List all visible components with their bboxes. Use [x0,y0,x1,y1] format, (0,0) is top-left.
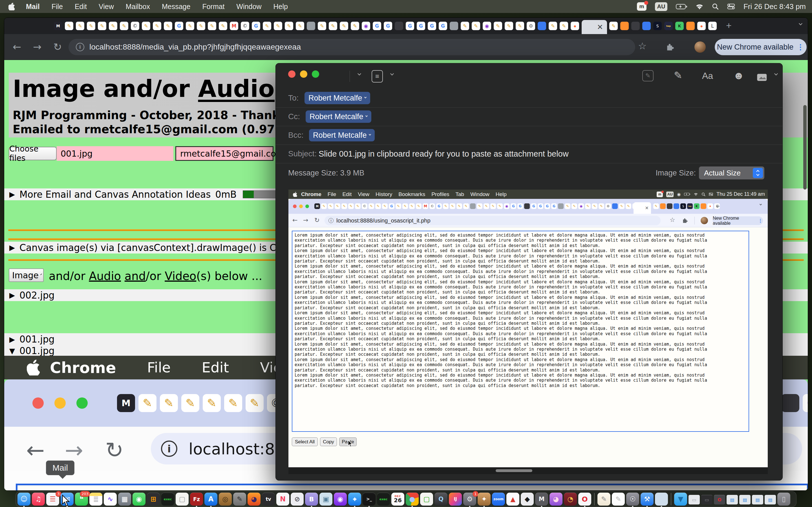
menu-item[interactable]: Edit [75,3,87,11]
tab-favicon[interactable] [252,22,260,30]
inkscape[interactable]: ◆ [521,493,534,506]
chrome[interactable]: ● [406,493,419,506]
close-tab-icon[interactable]: ✕ [597,23,603,32]
podcasts[interactable]: ◉ [334,493,347,506]
grouped-tab-favicon[interactable] [708,22,717,30]
emoji-icon[interactable]: ☻ [733,69,744,82]
tab-favicon[interactable] [472,22,480,30]
file-input[interactable]: 001.jpg [57,146,173,161]
quicktime[interactable]: Q [435,493,448,506]
zoom-window-button[interactable] [312,70,319,78]
safari[interactable]: ⌖ [348,493,361,506]
tab-favicon[interactable] [516,22,524,30]
photo-browser-chevron-icon[interactable] [774,72,778,75]
extensions-icon[interactable] [666,43,675,52]
tab-favicon[interactable] [329,22,337,30]
tab-favicon[interactable] [307,22,315,30]
tab-favicon[interactable] [285,22,293,30]
image-size-select[interactable]: Actual Size [699,166,764,179]
firefox[interactable]: ◕ [248,493,260,506]
blank-app[interactable] [655,493,668,506]
finder[interactable]: ☺ [17,493,31,506]
mamp[interactable]: M [535,493,548,506]
exec-terminal-2[interactable]: exec [377,493,390,506]
address-bar[interactable]: i localhost:8888/media_via_pb.php?jhfgjh… [68,39,635,55]
new-chrome-available-button[interactable]: New Chrome available ⋮ [715,39,807,55]
choose-files-button[interactable]: Choose files [9,147,57,160]
freeform[interactable]: ∿ [104,493,117,506]
filezilla[interactable]: Fz [190,493,203,506]
tab-favicon[interactable] [219,22,227,30]
email-input[interactable]: rmetcalfe15@gmail.com [175,146,273,161]
menu-bar-clock[interactable]: Fri 26 Dec 8:43 pm [744,2,806,11]
to-field[interactable]: To: Robert Metcalfe [276,89,782,107]
tab-favicon[interactable] [76,22,84,30]
disclosure-triangle-icon[interactable]: ▶ [9,291,15,299]
system-settings[interactable]: ⚙ 1 [463,493,476,506]
min-window-sheet-4[interactable]: ▤ [765,495,776,504]
tab-favicon[interactable] [120,22,128,30]
tab-search-chevron-icon[interactable] [799,22,802,25]
tab-favicon[interactable] [450,22,458,30]
menu-item[interactable]: Mailbox [126,3,150,11]
tab-favicon[interactable] [362,22,370,30]
terminal[interactable]: >_ [363,493,375,506]
tab-favicon[interactable] [318,22,326,30]
grouped-tab-favicon[interactable] [642,22,651,30]
messages[interactable]: ❝ 203 [75,493,88,506]
tab-favicon[interactable] [65,22,73,30]
writing-tools-icon[interactable]: ✎ [674,69,682,81]
textedit[interactable]: ✎ [598,493,610,506]
apple-tv[interactable]: tv [262,493,275,506]
tab-favicon[interactable] [527,22,535,30]
tab-favicon[interactable] [417,22,425,30]
kebab-menu-icon[interactable]: ⋮ [797,43,804,52]
gauge-app[interactable]: ◔ [564,493,577,506]
tab-favicon[interactable] [197,22,205,30]
tab-favicon[interactable] [296,22,304,30]
media-type-select[interactable]: Image [9,269,44,282]
min-window-sheet-3[interactable]: ▤ [752,495,763,504]
section-001jpg-collapsed[interactable]: ▶001.jpg [9,334,55,345]
tab-favicon[interactable] [208,22,216,30]
stepper-icon[interactable] [753,168,763,178]
send-icon[interactable] [332,69,343,81]
photo-browser-icon[interactable] [757,71,769,82]
character-app[interactable]: ◕ [550,493,562,506]
downloads-folder[interactable]: ▼ [674,493,687,506]
audio-link[interactable]: Audio [89,270,121,283]
accessibility-app[interactable]: ☉ [626,493,639,506]
to-recipient-token[interactable]: Robert Metcalfe [305,92,370,104]
menu-item[interactable]: File [52,3,63,11]
reload-icon[interactable]: ↻ [53,41,62,53]
facetime[interactable]: ◉ [133,493,146,506]
video-link[interactable]: Video [165,270,196,283]
calendar[interactable]: 26 [391,493,404,506]
tab-favicon[interactable] [428,22,436,30]
preview[interactable]: ▣ [319,493,333,506]
tab-favicon[interactable] [142,22,150,30]
wifi-icon[interactable] [696,4,703,10]
tab-favicon[interactable] [395,22,403,30]
send-options-chevron-icon[interactable] [357,72,361,75]
page-scrollbar[interactable] [803,105,807,189]
trash[interactable]: ▯ [777,493,790,506]
stickies[interactable]: ✎ [612,493,625,506]
new-tab-button[interactable]: + [726,20,732,31]
xcode[interactable]: ⚒ [641,493,654,506]
min-window-opera[interactable]: O [714,495,725,504]
tab-favicon[interactable] [483,22,491,30]
prism-app[interactable]: ▲ [506,493,519,506]
menu-item[interactable]: Message [162,3,190,11]
m-status-icon[interactable]: m [637,2,647,11]
min-window-terminal[interactable]: ▭ [701,495,712,504]
input-source-badge[interactable]: AU [655,2,667,11]
bbedit[interactable]: B [305,493,318,506]
menu-item[interactable]: Window [237,3,262,11]
spotlight-icon[interactable] [712,3,719,10]
control-center-icon[interactable] [727,4,735,9]
opera[interactable]: O [578,493,591,506]
menu-item[interactable]: View [99,3,114,11]
bookmark-star-icon[interactable]: ☆ [638,40,647,52]
back-icon[interactable]: ← [13,41,21,53]
